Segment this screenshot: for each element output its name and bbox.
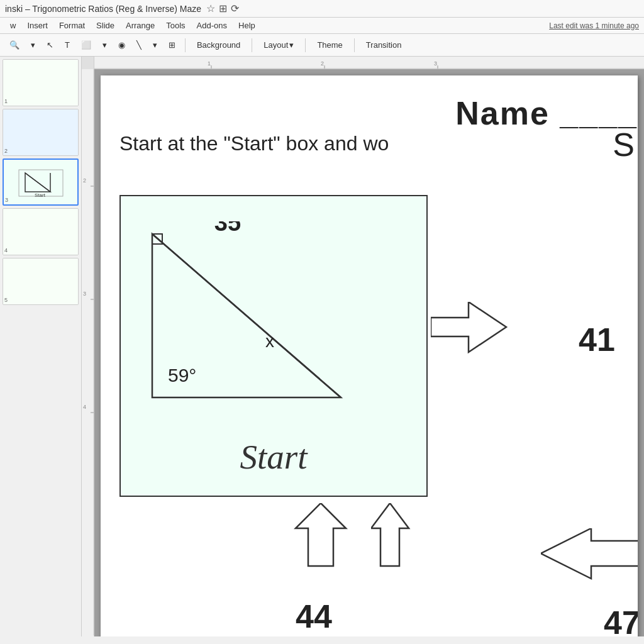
instruction-text: Start at the "Start" box and wo [119,132,389,155]
slide-2-number: 2 [4,148,8,154]
toolbar-separator-2 [252,38,252,52]
slide-thumb-4[interactable]: 4 [3,208,79,255]
start-label: Start [240,437,308,477]
svg-text:4: 4 [83,404,86,410]
plus-tool[interactable]: ⊞ [164,38,180,52]
slide-2-content [3,109,78,155]
menu-bar: w Insert Format Slide Arrange Tools Add-… [0,18,644,34]
menu-item-format[interactable]: Format [54,19,90,32]
num-47-label: 47 [604,604,638,636]
menu-item-insert[interactable]: Insert [22,19,53,32]
svg-text:1: 1 [208,60,211,67]
zoom-button[interactable]: 🔍 [5,38,24,52]
toolbar-separator [185,38,186,52]
svg-line-3 [25,173,50,192]
slide-thumb-3[interactable]: Start 3 [3,158,79,206]
toolbar: 🔍 ▾ ↖ T ⬜ ▾ ◉ ╲ ▾ ⊞ Background Layout ▾ … [0,34,644,57]
slide-4-number: 4 [4,247,8,253]
slide-paper: Name ____ S Start at the "Start" box and… [101,75,638,636]
svg-text:35: 35 [214,221,241,236]
transition-button[interactable]: Transition [360,38,408,52]
menu-item-tools[interactable]: Tools [161,19,190,32]
s-label: S [613,126,635,164]
menu-item-help[interactable]: Help [233,19,260,32]
name-line: Name ____ [455,94,638,132]
slide-panel: 1 2 Start 3 4 5 [0,57,82,636]
toolbar-separator-4 [354,38,355,52]
ruler-corner [82,57,94,69]
title-icons: ☆ ⊞ ⟳ [206,3,239,14]
last-edit-text: Last edit was 1 minute ago [549,21,639,30]
layout-chevron: ▾ [289,40,294,50]
shape-tool[interactable]: ◉ [114,38,130,52]
line-tool[interactable]: ╲ [132,38,146,52]
slide-3-content: Start [4,160,77,204]
start-box: 35 59° x Start [119,195,428,497]
title-bar: inski – Trigonometric Ratios (Reg & Inve… [0,0,644,18]
slide-3-preview-svg: Start [16,167,66,198]
slide-1-content [3,60,78,106]
ruler-vertical: 2 3 4 [82,69,94,636]
ruler-h-svg: 1 2 3 [94,57,644,69]
instruction-content: Start at the "Start" box and wo [119,132,389,155]
canvas-body: 2 3 4 Name ____ S [82,69,644,636]
slide-3-number: 3 [5,197,8,203]
triangle-svg: 35 59° x [133,221,372,423]
image-tool[interactable]: ⬜ [77,38,96,52]
slide-1-number: 1 [4,98,8,104]
menu-item-addons[interactable]: Add-ons [192,19,232,32]
name-text: Name ____ [455,95,638,131]
refresh-icon[interactable]: ⟳ [231,3,239,14]
ruler-v-svg: 2 3 4 [82,69,94,635]
present-icon[interactable]: ⊞ [219,3,227,14]
svg-text:3: 3 [83,291,86,297]
ruler-horizontal: 1 2 3 [94,57,644,69]
background-button[interactable]: Background [191,38,247,52]
select-tool[interactable]: ↖ [42,38,58,52]
svg-marker-25 [431,302,506,352]
main-area: 1 2 Start 3 4 5 [0,57,644,636]
svg-marker-26 [296,503,346,566]
canvas-area: 1 2 3 2 3 4 [82,57,644,636]
num-41-label: 41 [579,321,615,358]
ruler-row: 1 2 3 [82,57,644,69]
svg-marker-28 [541,528,638,579]
text-tool[interactable]: T [60,38,74,52]
up-arrow-2-svg [371,503,434,604]
svg-text:Start: Start [35,192,46,198]
toolbar-separator-3 [305,38,306,52]
svg-text:x: x [265,331,274,351]
slide-thumb-1[interactable]: 1 [3,59,79,106]
svg-text:3: 3 [434,60,437,67]
star-icon[interactable]: ☆ [206,3,215,14]
menu-item-slide[interactable]: Slide [91,19,119,32]
svg-text:2: 2 [321,60,324,67]
layout-button[interactable]: Layout ▾ [257,38,300,52]
slide-4-content [3,209,78,255]
slide-canvas[interactable]: Name ____ S Start at the "Start" box and… [94,69,644,636]
line-dropdown[interactable]: ▾ [148,38,162,52]
right-arrow-svg [431,302,594,428]
menu-item-w[interactable]: w [5,19,21,32]
num-44-label: 44 [296,597,332,635]
document-title: inski – Trigonometric Ratios (Reg & Inve… [5,4,201,14]
theme-button[interactable]: Theme [311,38,348,52]
svg-text:59°: 59° [168,365,196,386]
image-dropdown[interactable]: ▾ [98,38,111,52]
menu-item-arrange[interactable]: Arrange [121,19,160,32]
zoom-dropdown[interactable]: ▾ [26,38,40,52]
slide-5-number: 5 [4,297,8,303]
svg-marker-27 [371,503,409,566]
svg-text:2: 2 [83,177,86,184]
slide-5-content [3,258,78,304]
slide-thumb-5[interactable]: 5 [3,258,79,305]
slide-thumb-2[interactable]: 2 [3,109,79,156]
